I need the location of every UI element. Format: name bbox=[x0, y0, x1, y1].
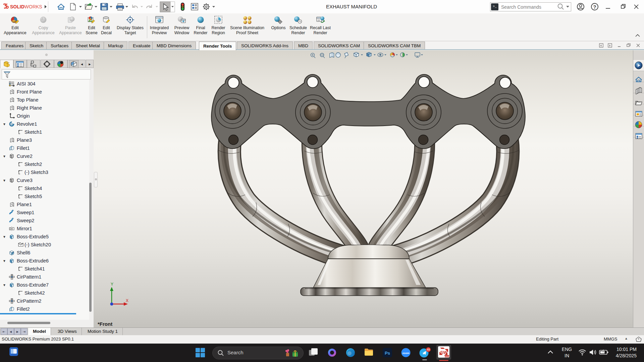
svg-text:?: ? bbox=[593, 4, 596, 10]
svg-text:X: X bbox=[126, 298, 128, 303]
svg-text:Y: Y bbox=[111, 282, 113, 287]
svg-text:SOLIDWORKS: SOLIDWORKS bbox=[10, 4, 42, 9]
svg-text:*Front: *Front bbox=[98, 321, 112, 327]
